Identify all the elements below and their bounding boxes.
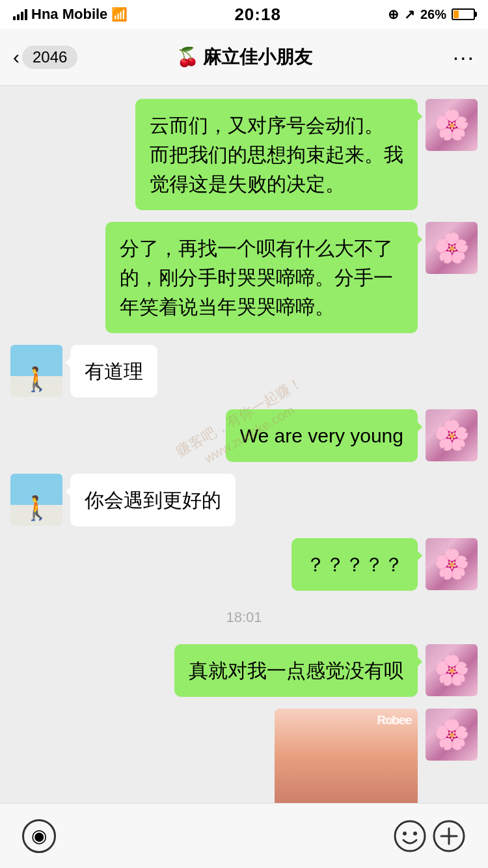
image-label: Robee <box>377 714 411 727</box>
voice-button[interactable]: ◉ <box>20 817 59 856</box>
message-text: 分了，再找一个呗有什么大不了的，刚分手时哭哭啼啼。分手一年笑着说当年哭哭啼啼。 <box>120 237 393 318</box>
svg-point-0 <box>395 821 425 851</box>
avatar <box>426 99 478 151</box>
status-time: 20:18 <box>234 5 281 25</box>
direction-icon: ↗ <box>404 7 415 22</box>
voice-symbol: ◉ <box>31 825 47 847</box>
svg-point-2 <box>413 832 417 835</box>
signal-icon <box>13 8 27 20</box>
nav-bar: ‹ 2046 🍒 麻立佳小朋友 ··· <box>0 29 488 86</box>
status-right: ⊕ ↗ 26% <box>388 7 475 22</box>
back-arrow-icon: ‹ <box>13 47 20 67</box>
message-row: 真就对我一点感觉没有呗 <box>10 644 478 697</box>
location-icon: ⊕ <box>388 7 399 22</box>
back-count-badge: 2046 <box>22 46 77 69</box>
battery-percent: 26% <box>420 7 446 22</box>
message-bubble: 你会遇到更好的 <box>70 474 236 526</box>
chat-area: 云而们，又对序号会动们。而把我们的思想拘束起来。我觉得这是失败的决定。 分了，再… <box>0 86 488 839</box>
message-row: 云而们，又对序号会动们。而把我们的思想拘束起来。我觉得这是失败的决定。 <box>10 99 478 210</box>
message-bubble: 云而们，又对序号会动们。而把我们的思想拘束起来。我觉得这是失败的决定。 <box>135 99 418 210</box>
avatar <box>426 644 478 696</box>
message-row: 有道理 <box>10 345 478 398</box>
message-row: ？？？？？ <box>10 538 478 591</box>
back-button[interactable]: ‹ 2046 <box>13 46 77 69</box>
battery-icon <box>452 8 475 20</box>
title-emoji: 🍒 <box>176 46 199 68</box>
message-bubble: We are very young <box>226 409 418 462</box>
message-text: ？？？？？ <box>306 554 403 575</box>
message-bubble: 有道理 <box>70 345 157 398</box>
avatar <box>10 345 62 397</box>
message-row: 你会遇到更好的 <box>10 474 478 526</box>
message-text: 云而们，又对序号会动们。而把我们的思想拘束起来。我觉得这是失败的决定。 <box>150 115 403 195</box>
title-text: 麻立佳小朋友 <box>203 45 312 70</box>
wifi-icon: 📶 <box>111 7 128 22</box>
avatar <box>10 474 62 526</box>
message-text: 真就对我一点感觉没有呗 <box>189 660 403 681</box>
avatar <box>426 538 478 590</box>
emoji-button[interactable] <box>390 817 429 856</box>
message-row: 分了，再找一个呗有什么大不了的，刚分手时哭哭啼啼。分手一年笑着说当年哭哭啼啼。 <box>10 222 478 333</box>
avatar <box>426 709 478 761</box>
bottom-bar: ◉ <box>0 803 488 868</box>
add-button[interactable] <box>429 817 468 856</box>
add-icon <box>432 819 466 853</box>
message-bubble: 真就对我一点感觉没有呗 <box>174 644 418 697</box>
more-button[interactable]: ··· <box>453 44 475 70</box>
timestamp: 18:01 <box>10 603 478 632</box>
message-bubble: 分了，再找一个呗有什么大不了的，刚分手时哭哭啼啼。分手一年笑着说当年哭哭啼啼。 <box>105 222 418 333</box>
chat-wrapper: 云而们，又对序号会动们。而把我们的思想拘束起来。我觉得这是失败的决定。 分了，再… <box>0 86 488 839</box>
message-text: 有道理 <box>85 360 143 382</box>
message-row: We are very young <box>10 409 478 462</box>
message-bubble: ？？？？？ <box>291 538 418 591</box>
carrier-name: Hna Mobile <box>31 6 107 23</box>
status-left: Hna Mobile 📶 <box>13 6 128 23</box>
avatar <box>426 222 478 274</box>
avatar <box>426 409 478 461</box>
nav-title: 🍒 麻立佳小朋友 <box>176 45 312 70</box>
message-text: 你会遇到更好的 <box>85 489 221 511</box>
status-bar: Hna Mobile 📶 20:18 ⊕ ↗ 26% <box>0 0 488 29</box>
emoji-icon <box>393 819 427 853</box>
svg-point-1 <box>403 832 407 835</box>
voice-icon: ◉ <box>22 819 56 853</box>
message-text: We are very young <box>240 425 403 446</box>
